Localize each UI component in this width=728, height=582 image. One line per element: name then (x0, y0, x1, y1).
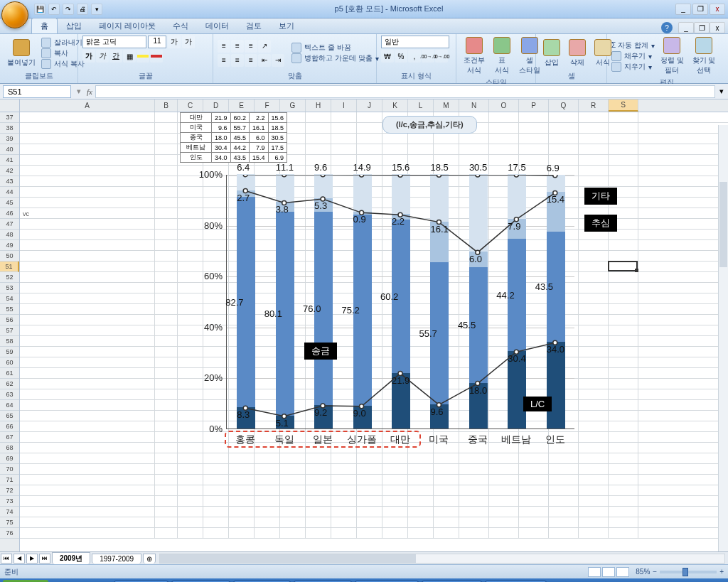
close-button[interactable]: x (710, 4, 725, 15)
row-header-39[interactable]: 39 (0, 134, 19, 144)
row-header-57[interactable]: 57 (0, 325, 19, 336)
col-header-D[interactable]: D (203, 99, 229, 112)
merge-center[interactable]: 병합하고 가운데 맞춤 ▾ (291, 53, 379, 63)
zoom-slider[interactable] (660, 571, 717, 573)
indent-dec[interactable]: ⇤ (258, 54, 271, 67)
indent-inc[interactable]: ⇥ (272, 54, 284, 67)
font-color-button[interactable] (150, 50, 163, 63)
row-header-55[interactable]: 55 (0, 304, 19, 315)
fx-button[interactable]: fx (84, 85, 95, 98)
zoom-in[interactable]: + (719, 568, 724, 576)
sheet-nav-last[interactable]: ⏭ (39, 554, 50, 564)
row-header-49[interactable]: 49 (0, 240, 19, 251)
vertical-scrollbar[interactable] (718, 125, 728, 551)
qat-dropdown[interactable]: ▾ (91, 4, 102, 15)
shrink-font[interactable]: 가 (182, 36, 195, 48)
col-header-F[interactable]: F (255, 99, 280, 112)
number-format[interactable]: 일반 (381, 36, 449, 48)
row-header-72[interactable]: 72 (0, 485, 19, 496)
sheet-tab-1997-2009[interactable]: 1997-2009 (92, 554, 141, 564)
row-header-38[interactable]: 38 (0, 123, 19, 134)
col-header-S[interactable]: S (609, 99, 638, 112)
row-header-56[interactable]: 56 (0, 315, 19, 325)
tab-formula[interactable]: 수식 (164, 18, 197, 33)
new-sheet-tab[interactable]: ⊕ (143, 554, 156, 564)
tab-view[interactable]: 보기 (270, 18, 303, 33)
doc-close[interactable]: x (710, 22, 725, 33)
row-header-64[interactable]: 64 (0, 400, 19, 411)
align-left[interactable]: ≡ (218, 54, 230, 67)
row-header-37[interactable]: 37 (0, 112, 19, 123)
tab-home[interactable]: 홈 (31, 18, 58, 33)
row-header-53[interactable]: 53 (0, 283, 19, 293)
grid[interactable]: vc 대만21.960.22.215.6미국9.655.716.118.5중국1… (20, 112, 728, 551)
row-header-67[interactable]: 67 (0, 432, 19, 443)
insert-cells[interactable]: 삽입 (540, 38, 563, 69)
row-header-46[interactable]: 46 (0, 208, 19, 219)
col-header-B[interactable]: B (155, 99, 178, 112)
col-header-I[interactable]: I (331, 99, 357, 112)
col-header-N[interactable]: N (459, 99, 489, 112)
dec-decimal[interactable]: .0→.00 (435, 50, 448, 63)
formula-expand[interactable]: ▾ (717, 85, 727, 98)
format-as-table[interactable]: 표 서식 (491, 36, 513, 77)
inc-decimal[interactable]: .00→.0 (422, 50, 434, 63)
row-header-70[interactable]: 70 (0, 464, 19, 475)
row-header-47[interactable]: 47 (0, 219, 19, 230)
col-header-L[interactable]: L (408, 99, 434, 112)
align-top[interactable]: ≡ (218, 40, 230, 53)
maximize-button[interactable]: ❐ (692, 4, 708, 15)
italic-button[interactable]: 가 (96, 50, 109, 63)
tab-review[interactable]: 검토 (237, 18, 270, 33)
row-header-71[interactable]: 71 (0, 475, 19, 485)
qat-print[interactable]: 🖨 (77, 4, 88, 15)
font-face[interactable]: 맑은 고딕 (82, 36, 146, 48)
bold-button[interactable]: 가 (82, 50, 95, 63)
orientation[interactable]: ↗ (258, 40, 271, 53)
col-header-K[interactable]: K (382, 99, 408, 112)
currency[interactable]: ₩ (381, 50, 394, 63)
row-header-52[interactable]: 52 (0, 272, 19, 283)
tab-data[interactable]: 데이터 (197, 18, 237, 33)
border-button[interactable]: ▦ (123, 50, 136, 63)
align-right[interactable]: ≡ (245, 54, 257, 67)
conditional-formatting[interactable]: 조건부 서식 (461, 36, 488, 77)
row-header-45[interactable]: 45 (0, 198, 19, 208)
wrap-text[interactable]: 텍스트 줄 바꿈 (291, 43, 379, 53)
col-header-Q[interactable]: Q (549, 99, 579, 112)
col-header-H[interactable]: H (306, 99, 331, 112)
row-header-48[interactable]: 48 (0, 230, 19, 240)
col-header-A[interactable]: A (20, 99, 155, 112)
help-icon[interactable]: ? (661, 22, 673, 33)
row-header-42[interactable]: 42 (0, 166, 19, 176)
row-header-74[interactable]: 74 (0, 507, 19, 517)
sheet-nav-first[interactable]: ⏮ (1, 554, 12, 564)
percent[interactable]: % (395, 50, 407, 63)
doc-restore[interactable]: ❐ (694, 22, 710, 33)
row-header-65[interactable]: 65 (0, 411, 19, 421)
col-header-O[interactable]: O (489, 99, 519, 112)
qat-undo[interactable]: ↶ (48, 4, 60, 15)
col-header-G[interactable]: G (280, 99, 306, 112)
sheet-tab-2009[interactable]: 2009년 (52, 552, 90, 564)
qat-redo[interactable]: ↷ (63, 4, 74, 15)
zoom-out[interactable]: − (653, 568, 657, 576)
name-box[interactable]: S51 (3, 85, 71, 98)
select-all-corner[interactable] (0, 99, 20, 112)
tab-insert[interactable]: 삽입 (58, 18, 90, 33)
horizontal-scrollbar[interactable] (159, 554, 725, 564)
row-header-59[interactable]: 59 (0, 347, 19, 357)
zoom-value[interactable]: 85% (636, 568, 650, 576)
chart[interactable]: 0%20%40%60%80%100% 홍콩8.382.72.76.4독일5.18… (162, 175, 631, 480)
doc-min[interactable]: _ (678, 22, 694, 33)
row-header-44[interactable]: 44 (0, 187, 19, 198)
sheet-nav-prev[interactable]: ◀ (14, 554, 25, 564)
row-header-54[interactable]: 54 (0, 293, 19, 304)
sort-filter[interactable]: 정렬 및 필터 (658, 36, 687, 77)
view-normal[interactable] (588, 567, 601, 577)
row-header-76[interactable]: 76 (0, 528, 19, 539)
paste-button[interactable]: 붙여넣기 (4, 38, 38, 69)
autosum[interactable]: Σ 자동 합계 ▾ (611, 41, 655, 50)
fill[interactable]: 채우기 ▾ (611, 51, 655, 61)
col-header-M[interactable]: M (434, 99, 459, 112)
